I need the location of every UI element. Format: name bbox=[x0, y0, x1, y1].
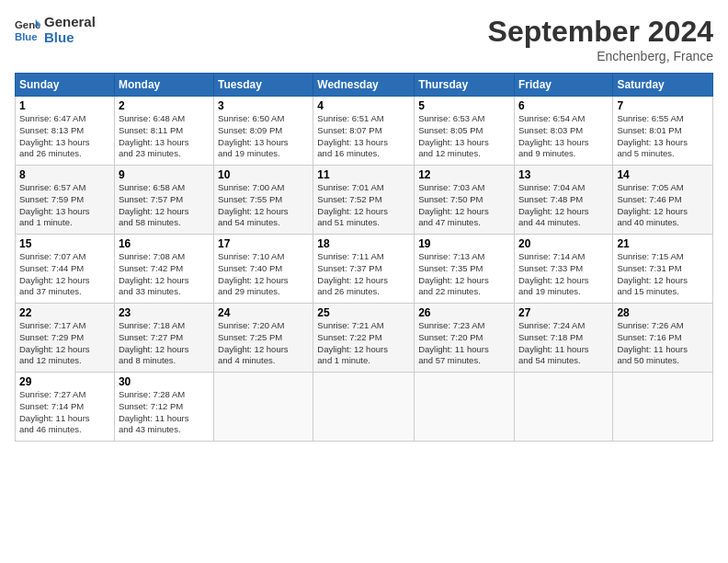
calendar-week-4: 29Sunrise: 7:27 AM Sunset: 7:14 PM Dayli… bbox=[16, 373, 713, 442]
table-row: 4Sunrise: 6:51 AM Sunset: 8:07 PM Daylig… bbox=[313, 97, 415, 166]
header: General Blue General Blue September 2024… bbox=[15, 15, 713, 63]
day-info: Sunrise: 7:05 AM Sunset: 7:46 PM Dayligh… bbox=[617, 182, 709, 229]
calendar-week-0: 1Sunrise: 6:47 AM Sunset: 8:13 PM Daylig… bbox=[16, 97, 713, 166]
day-number: 17 bbox=[218, 237, 309, 250]
day-number: 14 bbox=[617, 168, 709, 181]
day-info: Sunrise: 7:14 AM Sunset: 7:33 PM Dayligh… bbox=[518, 251, 609, 298]
day-number: 24 bbox=[218, 306, 309, 319]
table-row: 13Sunrise: 7:04 AM Sunset: 7:48 PM Dayli… bbox=[514, 166, 612, 235]
day-number: 4 bbox=[317, 99, 410, 112]
day-info: Sunrise: 7:13 AM Sunset: 7:35 PM Dayligh… bbox=[418, 251, 510, 298]
header-monday: Monday bbox=[114, 74, 213, 97]
table-row: 25Sunrise: 7:21 AM Sunset: 7:22 PM Dayli… bbox=[313, 304, 415, 373]
day-info: Sunrise: 7:15 AM Sunset: 7:31 PM Dayligh… bbox=[617, 251, 709, 298]
day-info: Sunrise: 7:00 AM Sunset: 7:55 PM Dayligh… bbox=[218, 182, 309, 229]
table-row: 26Sunrise: 7:23 AM Sunset: 7:20 PM Dayli… bbox=[415, 304, 515, 373]
day-info: Sunrise: 7:21 AM Sunset: 7:22 PM Dayligh… bbox=[317, 320, 410, 367]
day-number: 6 bbox=[518, 99, 609, 112]
day-number: 25 bbox=[317, 306, 410, 319]
day-info: Sunrise: 6:51 AM Sunset: 8:07 PM Dayligh… bbox=[317, 113, 410, 160]
day-number: 7 bbox=[617, 99, 709, 112]
table-row: 22Sunrise: 7:17 AM Sunset: 7:29 PM Dayli… bbox=[16, 304, 115, 373]
table-row: 28Sunrise: 7:26 AM Sunset: 7:16 PM Dayli… bbox=[613, 304, 713, 373]
table-row: 3Sunrise: 6:50 AM Sunset: 8:09 PM Daylig… bbox=[214, 97, 313, 166]
logo: General Blue General Blue bbox=[15, 15, 96, 45]
day-number: 22 bbox=[19, 306, 110, 319]
day-number: 2 bbox=[119, 99, 210, 112]
day-number: 10 bbox=[218, 168, 309, 181]
day-number: 3 bbox=[218, 99, 309, 112]
day-number: 18 bbox=[317, 237, 410, 250]
table-row: 14Sunrise: 7:05 AM Sunset: 7:46 PM Dayli… bbox=[613, 166, 713, 235]
day-number: 21 bbox=[617, 237, 709, 250]
day-number: 1 bbox=[19, 99, 110, 112]
day-number: 5 bbox=[418, 99, 510, 112]
table-row: 27Sunrise: 7:24 AM Sunset: 7:18 PM Dayli… bbox=[514, 304, 612, 373]
day-info: Sunrise: 7:07 AM Sunset: 7:44 PM Dayligh… bbox=[19, 251, 110, 298]
day-info: Sunrise: 7:26 AM Sunset: 7:16 PM Dayligh… bbox=[617, 320, 709, 367]
table-row bbox=[415, 373, 515, 442]
table-row: 20Sunrise: 7:14 AM Sunset: 7:33 PM Dayli… bbox=[514, 235, 612, 304]
table-row bbox=[514, 373, 612, 442]
day-number: 9 bbox=[119, 168, 210, 181]
day-info: Sunrise: 6:53 AM Sunset: 8:05 PM Dayligh… bbox=[418, 113, 510, 160]
generalblue-icon: General Blue bbox=[15, 17, 40, 43]
table-row: 29Sunrise: 7:27 AM Sunset: 7:14 PM Dayli… bbox=[16, 373, 115, 442]
day-info: Sunrise: 6:48 AM Sunset: 8:11 PM Dayligh… bbox=[119, 113, 210, 160]
table-row: 6Sunrise: 6:54 AM Sunset: 8:03 PM Daylig… bbox=[514, 97, 612, 166]
table-row: 5Sunrise: 6:53 AM Sunset: 8:05 PM Daylig… bbox=[415, 97, 515, 166]
calendar-week-1: 8Sunrise: 6:57 AM Sunset: 7:59 PM Daylig… bbox=[16, 166, 713, 235]
table-row bbox=[214, 373, 313, 442]
day-number: 15 bbox=[19, 237, 110, 250]
day-info: Sunrise: 6:57 AM Sunset: 7:59 PM Dayligh… bbox=[19, 182, 110, 229]
header-wednesday: Wednesday bbox=[313, 74, 415, 97]
day-info: Sunrise: 7:03 AM Sunset: 7:50 PM Dayligh… bbox=[418, 182, 510, 229]
day-info: Sunrise: 7:11 AM Sunset: 7:37 PM Dayligh… bbox=[317, 251, 410, 298]
table-row: 10Sunrise: 7:00 AM Sunset: 7:55 PM Dayli… bbox=[214, 166, 313, 235]
day-info: Sunrise: 7:23 AM Sunset: 7:20 PM Dayligh… bbox=[418, 320, 510, 367]
table-row: 30Sunrise: 7:28 AM Sunset: 7:12 PM Dayli… bbox=[114, 373, 213, 442]
day-info: Sunrise: 7:20 AM Sunset: 7:25 PM Dayligh… bbox=[218, 320, 309, 367]
day-info: Sunrise: 7:10 AM Sunset: 7:40 PM Dayligh… bbox=[218, 251, 309, 298]
page: General Blue General Blue September 2024… bbox=[0, 0, 728, 563]
day-info: Sunrise: 7:04 AM Sunset: 7:48 PM Dayligh… bbox=[518, 182, 609, 229]
day-number: 13 bbox=[518, 168, 609, 181]
header-tuesday: Tuesday bbox=[214, 74, 313, 97]
header-sunday: Sunday bbox=[16, 74, 115, 97]
month-title: September 2024 bbox=[488, 15, 713, 49]
table-row: 2Sunrise: 6:48 AM Sunset: 8:11 PM Daylig… bbox=[114, 97, 213, 166]
day-info: Sunrise: 7:08 AM Sunset: 7:42 PM Dayligh… bbox=[119, 251, 210, 298]
table-row bbox=[613, 373, 713, 442]
day-number: 28 bbox=[617, 306, 709, 319]
day-number: 12 bbox=[418, 168, 510, 181]
logo-blue-text: Blue bbox=[44, 30, 96, 46]
day-number: 23 bbox=[119, 306, 210, 319]
day-info: Sunrise: 7:24 AM Sunset: 7:18 PM Dayligh… bbox=[518, 320, 609, 367]
title-block: September 2024 Enchenberg, France bbox=[488, 15, 713, 63]
day-number: 11 bbox=[317, 168, 410, 181]
table-row bbox=[313, 373, 415, 442]
table-row: 7Sunrise: 6:55 AM Sunset: 8:01 PM Daylig… bbox=[613, 97, 713, 166]
calendar-week-3: 22Sunrise: 7:17 AM Sunset: 7:29 PM Dayli… bbox=[16, 304, 713, 373]
table-row: 12Sunrise: 7:03 AM Sunset: 7:50 PM Dayli… bbox=[415, 166, 515, 235]
table-row: 16Sunrise: 7:08 AM Sunset: 7:42 PM Dayli… bbox=[114, 235, 213, 304]
weekday-header-row: Sunday Monday Tuesday Wednesday Thursday… bbox=[16, 74, 713, 97]
day-number: 20 bbox=[518, 237, 609, 250]
header-saturday: Saturday bbox=[613, 74, 713, 97]
day-number: 27 bbox=[518, 306, 609, 319]
table-row: 8Sunrise: 6:57 AM Sunset: 7:59 PM Daylig… bbox=[16, 166, 115, 235]
table-row: 1Sunrise: 6:47 AM Sunset: 8:13 PM Daylig… bbox=[16, 97, 115, 166]
day-info: Sunrise: 7:27 AM Sunset: 7:14 PM Dayligh… bbox=[19, 389, 110, 436]
day-info: Sunrise: 7:17 AM Sunset: 7:29 PM Dayligh… bbox=[19, 320, 110, 367]
day-number: 16 bbox=[119, 237, 210, 250]
calendar-week-2: 15Sunrise: 7:07 AM Sunset: 7:44 PM Dayli… bbox=[16, 235, 713, 304]
table-row: 15Sunrise: 7:07 AM Sunset: 7:44 PM Dayli… bbox=[16, 235, 115, 304]
table-row: 23Sunrise: 7:18 AM Sunset: 7:27 PM Dayli… bbox=[114, 304, 213, 373]
svg-text:Blue: Blue bbox=[15, 30, 38, 41]
calendar-table: Sunday Monday Tuesday Wednesday Thursday… bbox=[15, 73, 713, 442]
day-info: Sunrise: 6:55 AM Sunset: 8:01 PM Dayligh… bbox=[617, 113, 709, 160]
day-number: 8 bbox=[19, 168, 110, 181]
day-info: Sunrise: 7:01 AM Sunset: 7:52 PM Dayligh… bbox=[317, 182, 410, 229]
header-thursday: Thursday bbox=[415, 74, 515, 97]
table-row: 21Sunrise: 7:15 AM Sunset: 7:31 PM Dayli… bbox=[613, 235, 713, 304]
